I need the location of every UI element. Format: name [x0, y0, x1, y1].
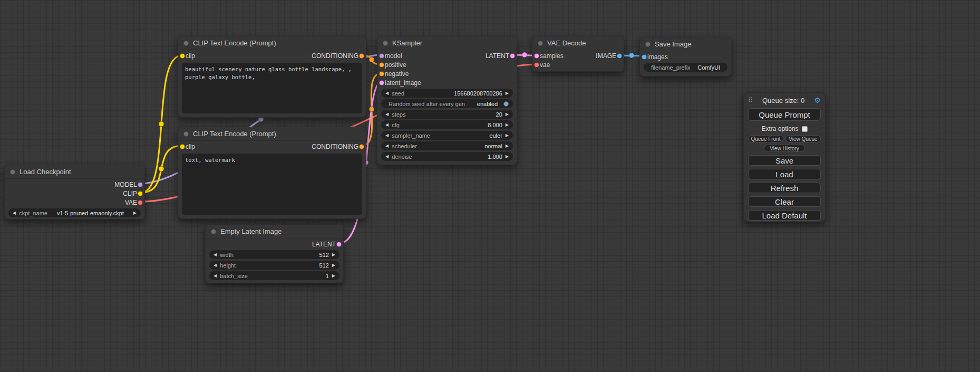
increment-arrow-icon[interactable]: ▶ — [506, 91, 509, 96]
wire-clip-negative — [141, 146, 182, 193]
image-output-port[interactable] — [617, 53, 622, 59]
widget-label: scheduler — [392, 143, 417, 149]
view-history-button[interactable]: View History — [764, 145, 805, 152]
increment-arrow-icon[interactable]: ▶ — [506, 133, 509, 138]
node-collapse-dot[interactable] — [645, 42, 651, 47]
wire-clip-positive — [141, 55, 182, 193]
node-empty-latent-image[interactable]: Empty Latent Image LATENT ◀ width 512 ▶ … — [205, 224, 344, 283]
widget-value: 1.000 — [488, 154, 502, 160]
node-collapse-dot[interactable] — [383, 41, 388, 46]
increment-arrow-icon[interactable]: ▶ — [506, 155, 509, 159]
latent-output-port[interactable] — [510, 53, 515, 59]
increment-arrow-icon[interactable]: ▶ — [332, 263, 335, 268]
node-title-bar[interactable]: KSampler — [377, 36, 517, 50]
load-default-button[interactable]: Load Default — [748, 210, 821, 221]
samples-input-label: samples — [540, 52, 564, 60]
clear-button[interactable]: Clear — [748, 196, 821, 207]
steps-widget[interactable]: ◀ steps 20 ▶ — [381, 110, 513, 119]
menu-drag-handle-icon[interactable]: ⠿ — [748, 97, 753, 104]
node-collapse-dot[interactable] — [538, 41, 543, 46]
random-seed-toggle-widget[interactable]: Random seed after every gen enabled — [381, 99, 513, 108]
view-queue-button[interactable]: View Queue — [785, 135, 821, 142]
widget-label: denoise — [392, 154, 412, 160]
settings-gear-icon[interactable]: ⚙ — [814, 96, 821, 104]
model-output-port[interactable] — [138, 182, 143, 187]
toggle-indicator-dot[interactable] — [503, 101, 509, 107]
increment-arrow-icon[interactable]: ▶ — [332, 274, 335, 278]
queue-front-button[interactable]: Queue Front — [748, 135, 783, 142]
ckpt-name-widget[interactable]: ◀ ckpt_name v1-5-pruned-emaonly.ckpt ▶ — [8, 208, 141, 217]
sampler-name-widget[interactable]: ◀ sampler_name euler ▶ — [381, 131, 513, 140]
seed-widget[interactable]: ◀ seed 156680208700286 ▶ — [381, 89, 513, 98]
decrement-arrow-icon[interactable]: ◀ — [385, 155, 389, 159]
clip-input-port[interactable] — [180, 53, 185, 59]
node-load-checkpoint[interactable]: Load Checkpoint MODEL CLIP VAE ◀ ckpt_na… — [4, 165, 145, 220]
node-title-bar[interactable]: CLIP Text Encode (Prompt) — [178, 127, 366, 141]
node-clip-text-encode-positive[interactable]: CLIP Text Encode (Prompt) clip CONDITION… — [178, 36, 366, 118]
node-clip-text-encode-negative[interactable]: CLIP Text Encode (Prompt) clip CONDITION… — [178, 127, 366, 219]
decrement-arrow-icon[interactable]: ◀ — [385, 91, 389, 96]
width-widget[interactable]: ◀ width 512 ▶ — [209, 250, 339, 259]
samples-input-port[interactable] — [534, 53, 539, 59]
node-ksampler[interactable]: KSampler model LATENT positive negative … — [377, 36, 517, 165]
clip-output-port[interactable] — [138, 191, 143, 196]
node-collapse-dot[interactable] — [10, 169, 15, 175]
node-save-image[interactable]: Save Image images filename_prefix ComfyU… — [639, 37, 732, 77]
extra-options-checkbox[interactable] — [802, 126, 808, 132]
increment-arrow-icon[interactable]: ▶ — [133, 211, 137, 215]
negative-input-port[interactable] — [379, 71, 384, 77]
decrement-arrow-icon[interactable]: ◀ — [385, 112, 389, 117]
cfg-widget[interactable]: ◀ cfg 8.000 ▶ — [381, 120, 513, 129]
latent-image-input-port[interactable] — [379, 80, 384, 85]
node-title: Save Image — [655, 40, 691, 48]
positive-prompt-textarea[interactable]: beautiful scenery nature glass bottle la… — [182, 63, 362, 113]
port-row: model LATENT — [377, 51, 517, 60]
decrement-arrow-icon[interactable]: ◀ — [385, 144, 389, 148]
node-vae-decode[interactable]: VAE Decode samples IMAGE vae — [532, 36, 624, 72]
node-title-bar[interactable]: CLIP Text Encode (Prompt) — [178, 36, 366, 50]
decrement-arrow-icon[interactable]: ◀ — [214, 253, 217, 257]
node-title-bar[interactable]: Save Image — [640, 37, 731, 51]
increment-arrow-icon[interactable]: ▶ — [506, 123, 509, 127]
conditioning-output-port[interactable] — [359, 53, 364, 59]
negative-prompt-textarea[interactable]: text, watermark — [182, 154, 362, 215]
filename-prefix-widget[interactable]: filename_prefix ComfyUI — [644, 63, 727, 72]
decrement-arrow-icon[interactable]: ◀ — [385, 133, 389, 138]
positive-input-port[interactable] — [379, 62, 384, 68]
increment-arrow-icon[interactable]: ▶ — [506, 112, 509, 117]
height-widget[interactable]: ◀ height 512 ▶ — [209, 261, 339, 270]
scheduler-widget[interactable]: ◀ scheduler normal ▶ — [381, 141, 513, 150]
node-collapse-dot[interactable] — [211, 229, 216, 234]
latent-output-port[interactable] — [336, 242, 342, 247]
vae-output-port[interactable] — [138, 200, 143, 205]
batch-size-widget[interactable]: ◀ batch_size 1 ▶ — [209, 271, 339, 280]
images-input-port[interactable] — [642, 54, 647, 60]
comfy-menu-panel[interactable]: ⠿ Queue size: 0 ⚙ Queue Prompt Extra opt… — [743, 92, 826, 222]
decrement-arrow-icon[interactable]: ◀ — [385, 123, 389, 127]
increment-arrow-icon[interactable]: ▶ — [332, 253, 335, 257]
port-row: VAE — [5, 198, 144, 207]
load-button[interactable]: Load — [748, 169, 821, 179]
increment-arrow-icon[interactable]: ▶ — [506, 144, 509, 148]
widget-value: euler — [489, 132, 502, 139]
denoise-widget[interactable]: ◀ denoise 1.000 ▶ — [381, 152, 513, 161]
node-title: CLIP Text Encode (Prompt) — [193, 130, 276, 138]
save-button[interactable]: Save — [748, 155, 821, 166]
port-rows: MODEL CLIP VAE — [5, 179, 144, 207]
queue-prompt-button[interactable]: Queue Prompt — [748, 108, 821, 121]
refresh-button[interactable]: Refresh — [748, 183, 821, 193]
node-collapse-dot[interactable] — [183, 41, 189, 46]
decrement-arrow-icon[interactable]: ◀ — [214, 263, 217, 268]
node-title-bar[interactable]: Empty Latent Image — [206, 225, 343, 239]
conditioning-output-port[interactable] — [359, 144, 364, 149]
conditioning-output-label: CONDITIONING — [312, 143, 358, 150]
node-title-bar[interactable]: VAE Decode — [532, 36, 624, 50]
node-title-bar[interactable]: Load Checkpoint — [5, 165, 144, 179]
node-graph-canvas[interactable]: Load Checkpoint MODEL CLIP VAE ◀ ckpt_na… — [0, 0, 980, 372]
node-collapse-dot[interactable] — [183, 131, 189, 137]
clip-input-port[interactable] — [180, 144, 185, 149]
decrement-arrow-icon[interactable]: ◀ — [214, 274, 217, 278]
model-input-port[interactable] — [379, 53, 384, 59]
vae-input-port[interactable] — [534, 62, 539, 68]
decrement-arrow-icon[interactable]: ◀ — [13, 211, 16, 215]
